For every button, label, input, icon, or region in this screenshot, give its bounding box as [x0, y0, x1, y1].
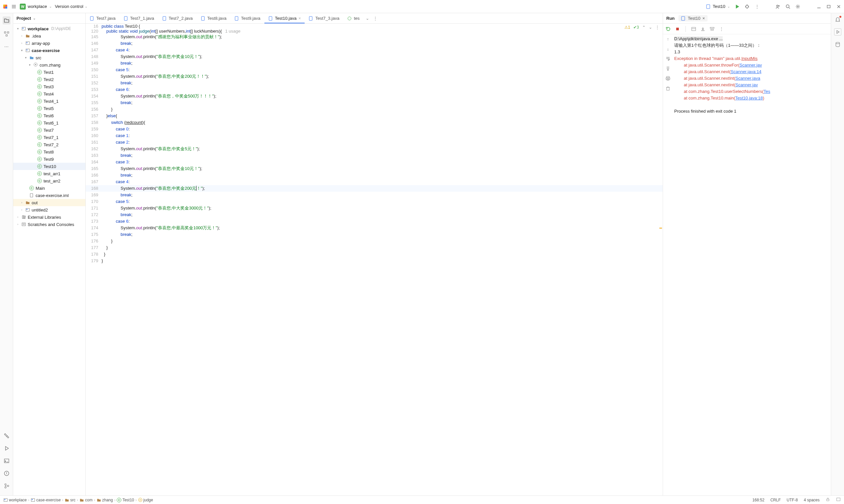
code-line[interactable]: 176 } [86, 238, 663, 245]
project-tool-icon[interactable] [3, 16, 11, 24]
tree-row[interactable]: ›External Libraries [13, 214, 85, 221]
run-tool-icon[interactable] [4, 445, 10, 451]
project-selector[interactable]: W workplace ⌄ [20, 4, 52, 10]
breadcrumb-item[interactable]: src [65, 498, 75, 502]
tree-row[interactable]: CTest5 [13, 105, 85, 112]
indent-setting[interactable]: 4 spaces [804, 498, 820, 502]
tree-row[interactable]: CTest4_1 [13, 97, 85, 105]
tree-row[interactable]: CTest7_2 [13, 141, 85, 148]
tree-row[interactable]: ▾com.zhang [13, 61, 85, 69]
tree-row[interactable]: CTest6 [13, 112, 85, 119]
code-line[interactable]: 151 System.out.println("恭喜您,中奖金200元！！"); [86, 73, 663, 80]
notifications-icon[interactable] [835, 16, 841, 22]
code-line[interactable]: 163 break; [86, 152, 663, 159]
code-line[interactable]: 169 break; [86, 192, 663, 198]
tree-row[interactable]: ›untitled2 [13, 206, 85, 214]
breadcrumb-item[interactable]: mjudge [138, 498, 153, 502]
more-run-icon[interactable]: ⋮ [719, 26, 724, 32]
tree-row[interactable]: CTest7_1 [13, 134, 85, 141]
editor-tab[interactable]: Test7.java [86, 13, 120, 23]
editor-overview-gutter[interactable] [658, 34, 663, 496]
project-sidebar-header[interactable]: Project⌄ [13, 13, 85, 24]
tree-row[interactable]: CTest4 [13, 90, 85, 97]
status-more-icon[interactable] [836, 497, 841, 503]
code-line[interactable]: 148 System.out.println("恭喜您,中奖金10元！"); [86, 53, 663, 60]
check-badge[interactable]: ✔3 [633, 25, 639, 30]
tree-row[interactable]: ›Scratches and Consoles [13, 221, 85, 228]
code-line[interactable]: 179} [86, 257, 663, 264]
code-editor[interactable]: 145 System.out.println("感谢您为福利事业做出的贡献！")… [86, 34, 663, 496]
code-line[interactable]: 167 case 4: [86, 179, 663, 185]
tree-row[interactable]: CTest7 [13, 126, 85, 134]
code-with-me-icon[interactable] [775, 4, 781, 9]
code-line[interactable]: 174 System.out.println("恭喜您,中最高奖金1000万元！… [86, 224, 663, 231]
prev-problem-icon[interactable]: ⌃ [642, 25, 645, 30]
scroll-to-end-icon[interactable] [665, 66, 671, 71]
code-line[interactable]: 178 } [86, 251, 663, 257]
window-restore-icon[interactable] [826, 4, 831, 9]
tree-row[interactable]: CTest1 [13, 69, 85, 76]
tree-row[interactable]: ▾src [13, 54, 85, 61]
structure-tool-icon[interactable] [4, 31, 10, 37]
code-line[interactable]: 155 break; [86, 100, 663, 106]
code-line[interactable]: 150 case 5: [86, 67, 663, 73]
editor-tab[interactable]: Test9.java [230, 13, 264, 23]
project-tree[interactable]: ▾workplaceD:\App\IDE›.idea›array-app▾cas… [13, 24, 85, 496]
run-config-tab[interactable]: Test10 × [678, 15, 707, 21]
vcs-tool-icon[interactable] [4, 483, 10, 489]
more-tool-icon[interactable]: ⋯ [4, 43, 10, 49]
tree-row[interactable]: Ctest_arr1 [13, 170, 85, 177]
tree-row[interactable]: ▾case-exercise [13, 47, 85, 54]
problems-tool-icon[interactable] [4, 470, 10, 476]
code-line[interactable]: 164 case 3: [86, 159, 663, 165]
inspection-more-icon[interactable]: ⋮ [655, 25, 659, 30]
editor-tab[interactable]: Test7_2.java [158, 13, 197, 23]
tree-row[interactable]: CMain [13, 184, 85, 192]
code-line[interactable]: 152 break; [86, 80, 663, 86]
tree-row[interactable]: CTest2 [13, 76, 85, 83]
print-icon[interactable] [665, 76, 671, 81]
code-line[interactable]: 147 case 4: [86, 47, 663, 53]
code-line[interactable]: 177 } [86, 245, 663, 251]
stop-icon[interactable] [675, 26, 680, 32]
tabs-dropdown-icon[interactable]: ⌄ [364, 16, 371, 21]
vcs-menu[interactable]: Version control⌄ [55, 4, 87, 9]
close-tab-icon[interactable]: × [298, 16, 301, 21]
caret-position[interactable]: 168:52 [752, 498, 764, 502]
filter-icon[interactable] [709, 26, 715, 32]
settings-icon[interactable] [795, 4, 800, 9]
tree-row[interactable]: CTest10 [13, 163, 85, 170]
code-line[interactable]: 160 case 1: [86, 132, 663, 139]
run-button[interactable] [735, 4, 740, 9]
main-menu-icon[interactable] [11, 4, 16, 9]
usage-hint[interactable]: 1 usage [225, 29, 240, 34]
next-problem-icon[interactable]: ⌄ [649, 25, 652, 30]
tree-row[interactable]: case-exercise.iml [13, 192, 85, 199]
tree-row[interactable]: ›array-app [13, 39, 85, 47]
breadcrumb-item[interactable]: zhang [97, 498, 113, 502]
tree-row[interactable]: CTest3 [13, 83, 85, 90]
tree-row[interactable]: Ctest_arr2 [13, 177, 85, 184]
editor-tab[interactable]: tes [343, 13, 363, 23]
ai-run-icon[interactable] [834, 28, 841, 36]
editor-tab[interactable]: Test8.java [197, 13, 231, 23]
window-minimize-icon[interactable] [816, 4, 822, 9]
tree-row[interactable]: CTest6_1 [13, 119, 85, 126]
tree-row[interactable]: ▾workplaceD:\App\IDE [13, 25, 85, 32]
code-line[interactable]: 161 case 2: [86, 139, 663, 146]
code-line[interactable]: 154 System.out.println("恭喜您，中奖金500万！！！")… [86, 93, 663, 100]
code-line[interactable]: 172 break; [86, 212, 663, 218]
database-tool-icon[interactable] [835, 41, 841, 48]
tabs-more-icon[interactable]: ⋮ [371, 16, 379, 21]
scroll-down-icon[interactable]: ↓ [665, 46, 671, 51]
readonly-lock-icon[interactable] [826, 497, 830, 503]
line-separator[interactable]: CRLF [771, 498, 781, 502]
code-line[interactable]: 170 case 5: [86, 198, 663, 205]
layout-icon[interactable] [691, 26, 696, 32]
search-everywhere-icon[interactable] [785, 4, 791, 9]
code-line[interactable]: 149 break; [86, 60, 663, 67]
editor-tab[interactable]: Test7_3.java [305, 13, 343, 23]
code-line[interactable]: 157 }else{ [86, 113, 663, 119]
run-configuration-selector[interactable]: Test10⌄ [706, 4, 730, 9]
tree-row[interactable]: CTest9 [13, 156, 85, 163]
